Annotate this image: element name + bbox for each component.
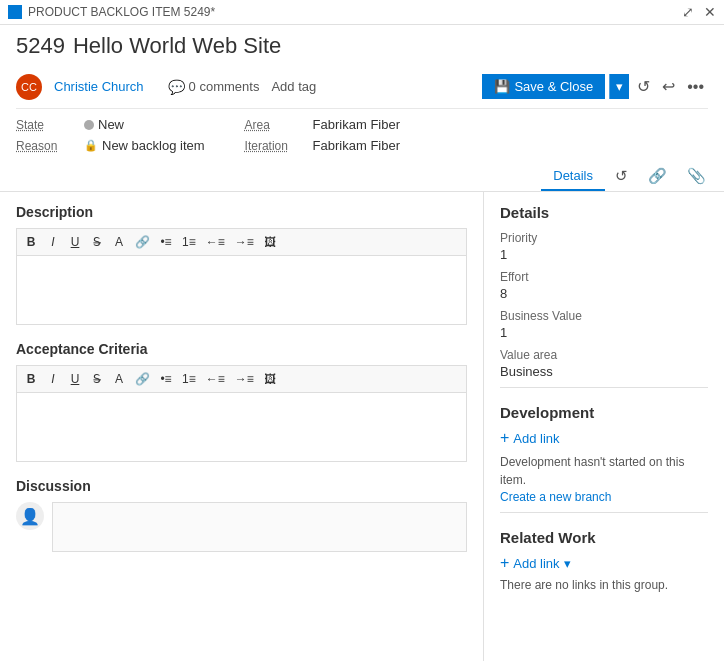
- business-value-field: Business Value 1: [500, 309, 708, 340]
- discussion-section: Discussion 👤: [16, 478, 467, 552]
- acceptance-criteria-title: Acceptance Criteria: [16, 341, 467, 357]
- bullet-list-button-desc[interactable]: •≡: [156, 233, 176, 251]
- username[interactable]: Christie Church: [54, 79, 144, 94]
- bullet-list-button-ac[interactable]: •≡: [156, 370, 176, 388]
- tab-links[interactable]: 🔗: [638, 161, 677, 191]
- related-work-plus-icon: +: [500, 554, 509, 572]
- title-bar: PRODUCT BACKLOG ITEM 5249* ⤢ ✕: [0, 0, 724, 25]
- item-title[interactable]: Hello World Web Site: [73, 33, 281, 59]
- iteration-value[interactable]: Fabrikam Fiber: [313, 138, 400, 153]
- expand-icon[interactable]: ⤢: [682, 4, 694, 20]
- image-button-desc[interactable]: 🖼: [260, 233, 280, 251]
- reason-value[interactable]: 🔒 New backlog item: [84, 138, 205, 153]
- details-section-title: Details: [500, 204, 708, 221]
- header: 5249 Hello World Web Site: [0, 25, 724, 69]
- reason-text: New backlog item: [102, 138, 205, 153]
- bold-button-ac[interactable]: B: [21, 370, 41, 388]
- italic-button-ac[interactable]: I: [43, 370, 63, 388]
- no-links-text: There are no links in this group.: [500, 578, 708, 592]
- numbered-list-button-ac[interactable]: 1≡: [178, 370, 200, 388]
- undo-button[interactable]: ↩: [658, 73, 679, 100]
- description-editor[interactable]: [16, 255, 467, 325]
- left-panel: Description B I U S̶ A 🔗 •≡ 1≡ ←≡ →≡ 🖼 A…: [0, 192, 484, 661]
- iteration-field: Iteration Fabrikam Fiber: [245, 138, 400, 153]
- indent-button-ac[interactable]: →≡: [231, 370, 258, 388]
- italic-button-desc[interactable]: I: [43, 233, 63, 251]
- business-value-label: Business Value: [500, 309, 708, 323]
- comments-button[interactable]: 💬 0 comments: [168, 79, 260, 95]
- separator-2: [500, 512, 708, 513]
- state-field: State New: [16, 117, 205, 132]
- related-work-add-link-button[interactable]: + Add link ▾: [500, 554, 571, 572]
- comment-count: 0 comments: [189, 79, 260, 94]
- outdent-button-desc[interactable]: ←≡: [202, 233, 229, 251]
- discussion-avatar: 👤: [16, 502, 44, 530]
- save-close-label: Save & Close: [514, 79, 593, 94]
- development-add-link-button[interactable]: + Add link: [500, 429, 560, 447]
- save-close-button[interactable]: 💾 Save & Close: [482, 74, 605, 99]
- avatar[interactable]: CC: [16, 74, 42, 100]
- close-icon[interactable]: ✕: [704, 4, 716, 20]
- value-area-value[interactable]: Business: [500, 364, 708, 379]
- area-label: Area: [245, 118, 305, 132]
- tab-details[interactable]: Details: [541, 162, 605, 191]
- product-backlog-icon: [8, 5, 22, 19]
- state-text: New: [98, 117, 124, 132]
- tabs-row: Details ↺ 🔗 📎: [0, 161, 724, 192]
- area-field: Area Fabrikam Fiber: [245, 117, 400, 132]
- create-branch-link[interactable]: Create a new branch: [500, 490, 611, 504]
- outdent-button-ac[interactable]: ←≡: [202, 370, 229, 388]
- description-title: Description: [16, 204, 467, 220]
- font-color-button-desc[interactable]: A: [109, 233, 129, 251]
- main-content: Description B I U S̶ A 🔗 •≡ 1≡ ←≡ →≡ 🖼 A…: [0, 192, 724, 661]
- iteration-label: Iteration: [245, 139, 305, 153]
- reason-field: Reason 🔒 New backlog item: [16, 138, 205, 153]
- area-value[interactable]: Fabrikam Fiber: [313, 117, 400, 132]
- priority-field: Priority 1: [500, 231, 708, 262]
- state-label: State: [16, 118, 76, 132]
- discussion-input[interactable]: [52, 502, 467, 552]
- related-work-section-title: Related Work: [500, 529, 708, 546]
- refresh-button[interactable]: ↺: [633, 73, 654, 100]
- image-button-ac[interactable]: 🖼: [260, 370, 280, 388]
- underline-button-ac[interactable]: U: [65, 370, 85, 388]
- discussion-user-row: 👤: [16, 502, 467, 552]
- effort-value[interactable]: 8: [500, 286, 708, 301]
- avatar-text: CC: [21, 81, 37, 93]
- business-value-value[interactable]: 1: [500, 325, 708, 340]
- effort-field: Effort 8: [500, 270, 708, 301]
- link-button-ac[interactable]: 🔗: [131, 370, 154, 388]
- description-toolbar: B I U S̶ A 🔗 •≡ 1≡ ←≡ →≡ 🖼: [16, 228, 467, 255]
- strikethrough-button-desc[interactable]: S̶: [87, 233, 107, 251]
- lock-icon: 🔒: [84, 139, 98, 152]
- bold-button-desc[interactable]: B: [21, 233, 41, 251]
- related-work-add-link-label: Add link: [513, 556, 559, 571]
- acceptance-criteria-editor[interactable]: [16, 392, 467, 462]
- state-value[interactable]: New: [84, 117, 124, 132]
- title-bar-label: PRODUCT BACKLOG ITEM 5249*: [28, 5, 215, 19]
- font-color-button-ac[interactable]: A: [109, 370, 129, 388]
- priority-value[interactable]: 1: [500, 247, 708, 262]
- numbered-list-button-desc[interactable]: 1≡: [178, 233, 200, 251]
- tab-history[interactable]: ↺: [605, 161, 638, 191]
- description-section: Description B I U S̶ A 🔗 •≡ 1≡ ←≡ →≡ 🖼: [16, 204, 467, 325]
- development-description: Development hasn't started on this item.: [500, 453, 708, 489]
- indent-button-desc[interactable]: →≡: [231, 233, 258, 251]
- priority-label: Priority: [500, 231, 708, 245]
- tab-attachments[interactable]: 📎: [677, 161, 716, 191]
- acceptance-criteria-section: Acceptance Criteria B I U S̶ A 🔗 •≡ 1≡ ←…: [16, 341, 467, 462]
- link-button-desc[interactable]: 🔗: [131, 233, 154, 251]
- strikethrough-button-ac[interactable]: S̶: [87, 370, 107, 388]
- underline-button-desc[interactable]: U: [65, 233, 85, 251]
- state-dot: [84, 120, 94, 130]
- right-panel: Details Priority 1 Effort 8 Business Val…: [484, 192, 724, 661]
- value-area-field: Value area Business: [500, 348, 708, 379]
- separator-1: [500, 387, 708, 388]
- save-icon: 💾: [494, 79, 510, 94]
- discussion-title: Discussion: [16, 478, 467, 494]
- item-id: 5249: [16, 33, 65, 59]
- save-close-dropdown-button[interactable]: ▾: [609, 74, 629, 99]
- add-tag-button[interactable]: Add tag: [271, 79, 316, 94]
- more-options-button[interactable]: •••: [683, 74, 708, 100]
- effort-label: Effort: [500, 270, 708, 284]
